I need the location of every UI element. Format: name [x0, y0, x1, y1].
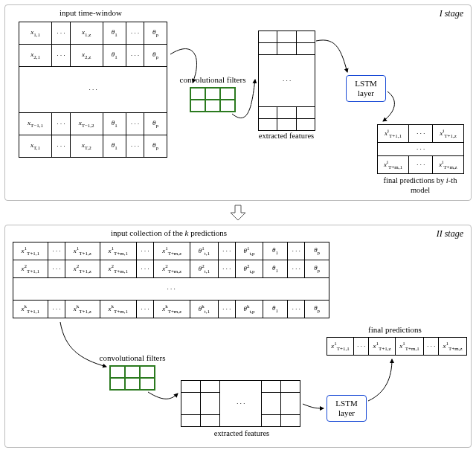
stage1-conv-heading: convolutional filters — [172, 75, 254, 84]
stage-1-label: I stage — [440, 8, 463, 19]
stage1-predictions-matrix: xiT+1,1· · ·xiT+1,z · · · xiT+m,1· · ·xi… — [377, 124, 464, 174]
lstm-layer-box: LSTM layer — [327, 395, 367, 422]
stage1-input-matrix: x1,1· · ·x1,zθ1· · ·θp x2,1· · ·x2,zθ1· … — [19, 22, 167, 158]
table-row: xT−1,1· · ·xT−1,2θ1· · ·θp — [19, 113, 167, 135]
table-row: x2T+1,1· · ·x2T+1,z x2T+m,1· · ·x2T+m,z … — [13, 260, 329, 278]
conv-filter-icon — [190, 87, 236, 112]
lstm-text-2: layer — [338, 408, 355, 418]
table-row — [259, 107, 315, 119]
conv-filter-icon — [109, 365, 155, 391]
lstm-layer-box: LSTM layer — [346, 75, 386, 102]
table-row: xiT+1,1· · ·xiT+1,z — [378, 125, 464, 143]
table-row: · · · — [259, 55, 315, 107]
stage2-input-heading: input collection of the k predictions — [72, 228, 266, 237]
table-row — [259, 119, 315, 131]
table-row: · · · — [19, 67, 167, 113]
down-arrow-between-stages — [229, 204, 247, 222]
stage-1-panel: I stage input time-window x1,1· · ·x1,zθ… — [4, 4, 472, 201]
stage-2-label: II stage — [437, 228, 463, 240]
stage1-finalpred-heading: final predictions by i-thmodel — [376, 176, 465, 195]
table-row: x1,1· · ·x1,zθ1· · ·θp — [19, 22, 167, 45]
stage2-input-matrix: x1T+1,1· · ·x1T+1,z x1T+m,1· · ·x1T+m,z … — [13, 242, 329, 318]
stage1-extracted-features: · · · — [258, 30, 315, 131]
stage1-input-heading: input time-window — [35, 8, 147, 17]
table-row: xT,1· · ·xT,2θ1· · ·θp — [19, 135, 167, 158]
stage-2-panel: II stage input collection of the k predi… — [4, 225, 472, 448]
stage2-finalpred-heading: final predictions — [343, 325, 447, 334]
stage2-extracted-features: · · · — [181, 380, 300, 427]
stage2-conv-heading: convolutional filters — [91, 353, 173, 362]
lstm-text-2: layer — [358, 89, 374, 98]
table-row: xkT+1,1· · ·xkT+1,z xkT+m,1· · ·xkT+m,z … — [13, 301, 329, 318]
stage1-extracted-heading: extracted features — [251, 132, 322, 141]
table-row: xiT+m,1· · ·xiT+m,z — [378, 156, 464, 174]
table-row: x2,1· · ·x2,zθ1· · ·θp — [19, 45, 167, 67]
table-row: x1T+1,1· · ·x1T+1,z x1T+m,1· · ·x1T+m,z … — [13, 242, 329, 260]
lstm-text-1: LSTM — [355, 79, 376, 89]
table-row: · · · — [181, 381, 300, 393]
table-row: x1T+1,1· · ·x1T+1,z x1T+m,1· · ·x1T+m,z — [327, 338, 467, 356]
table-row: · · · — [378, 143, 464, 156]
lstm-text-1: LSTM — [335, 399, 357, 408]
table-row: · · · — [13, 278, 329, 301]
stage2-final-predictions: x1T+1,1· · ·x1T+1,z x1T+m,1· · ·x1T+m,z — [327, 337, 467, 356]
stage2-extracted-heading: extracted features — [197, 429, 286, 439]
table-row — [259, 43, 315, 55]
table-row — [259, 31, 315, 43]
